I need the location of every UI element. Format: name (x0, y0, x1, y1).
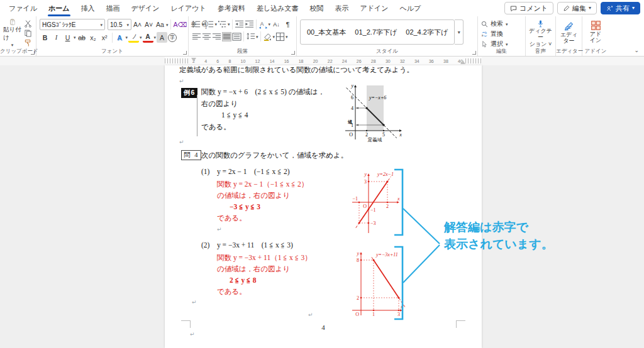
shading-icon[interactable] (263, 32, 272, 41)
menu-tab-11[interactable]: ヘルプ (394, 1, 426, 16)
addins-button[interactable]: アド イン (584, 19, 608, 47)
multilevel-list-icon[interactable] (218, 19, 227, 29)
menu-tab-9[interactable]: 表示 (330, 1, 353, 16)
text-effects-button[interactable]: A (114, 32, 125, 43)
q1-answer-1: 関数 y = 2x − 1（−1 ≦ x ≦ 2） (217, 180, 308, 189)
highlight-color-button[interactable]: ﾉ (128, 32, 139, 43)
find-label: 検索 (491, 19, 503, 28)
font-color-button[interactable]: A (143, 32, 153, 43)
menu-tab-8[interactable]: 校閲 (304, 1, 328, 16)
show-paragraph-marks-icon[interactable]: ¶ (282, 19, 293, 30)
ruler-number: 30 (386, 59, 391, 63)
underline-button[interactable]: U (62, 32, 73, 43)
menu-tab-7[interactable]: 差し込み文書 (252, 1, 304, 16)
paste-button[interactable]: 貼り付け ▾ (3, 19, 21, 47)
chevron-down-icon: ▾ (632, 6, 635, 11)
align-left-icon[interactable] (192, 32, 201, 41)
style-item-42[interactable]: 02_4.2字下げ (406, 28, 448, 37)
menu-tab-10[interactable]: アドイン (355, 1, 393, 16)
cut-icon[interactable] (23, 19, 33, 28)
dialog-launcher-icon[interactable] (31, 51, 35, 55)
line-spacing-icon[interactable] (246, 32, 255, 41)
strikethrough-button[interactable]: ab (77, 32, 87, 43)
character-shading-button[interactable]: A (157, 32, 167, 43)
font-name-combo[interactable]: HGSｺﾞｼｯｸE▾ (40, 19, 105, 30)
svg-text:−1: −1 (370, 207, 376, 213)
character-scaling-icon[interactable]: A (258, 19, 268, 29)
callout-brackets (390, 162, 453, 327)
svg-text:定義域: 定義域 (367, 137, 382, 143)
paragraph-mark: ↵ (308, 312, 313, 318)
svg-text:6: 6 (351, 95, 353, 101)
decrease-indent-icon[interactable] (235, 19, 244, 29)
clipboard-minibuttons (23, 19, 33, 47)
enclose-characters-button[interactable]: 字 (168, 33, 177, 42)
grow-font-button[interactable]: A˄ (132, 19, 143, 30)
dialog-launcher-icon[interactable] (472, 51, 476, 55)
ruler-number: 38 (443, 59, 448, 63)
format-painter-icon[interactable] (23, 39, 33, 47)
shrink-font-button[interactable]: A˅ (143, 19, 154, 30)
find-button[interactable]: 検索▾ (481, 19, 508, 28)
menu-tab-1[interactable]: ホーム (43, 1, 75, 16)
menu-tab-2[interactable]: 挿入 (76, 1, 100, 16)
numbering-icon[interactable]: 123 (205, 19, 214, 29)
share-icon (606, 5, 613, 12)
font-size-combo[interactable]: 10.5▾ (108, 19, 131, 30)
style-gallery: 00_本文基本 01_2.7字下げ 02_4.2字下げ (300, 19, 455, 45)
dialog-launcher-icon[interactable] (183, 51, 187, 55)
ruler-number: 28 (371, 59, 376, 63)
indent-marker-right[interactable] (460, 60, 465, 64)
clear-formatting-button[interactable]: A⌫ (173, 19, 188, 30)
menu-tab-6[interactable]: 参考資料 (213, 1, 250, 16)
menu-tab-3[interactable]: 描画 (101, 1, 125, 16)
editor-button[interactable]: エディ ター (557, 19, 581, 47)
comments-button[interactable]: コメント (504, 2, 553, 14)
q1-given: (1) y = 2x − 1 (−1 ≦ x ≦ 2) (201, 167, 290, 177)
increase-indent-icon[interactable] (245, 19, 254, 29)
dialog-launcher-icon[interactable] (291, 51, 295, 55)
indent-marker-first-line[interactable] (191, 58, 196, 62)
sort-icon[interactable]: A↓ (271, 19, 282, 30)
comment-icon (510, 5, 517, 12)
bold-button[interactable]: B (40, 32, 50, 43)
distribute-icon[interactable] (232, 32, 242, 41)
ruler-number: 26 (357, 59, 362, 63)
justify-icon[interactable] (222, 32, 231, 41)
microphone-icon (536, 20, 545, 28)
svg-text:O: O (355, 312, 359, 317)
menu-tab-0[interactable]: ファイル (4, 1, 42, 16)
dictate-label-2: ション ˅ (530, 41, 552, 47)
example-line-3: 1 ≦ y ≦ 4 (221, 111, 248, 120)
style-item-honbun[interactable]: 00_本文基本 (307, 28, 346, 37)
align-center-icon[interactable] (202, 32, 211, 41)
group-label-editor: エディター (556, 48, 582, 55)
dictate-button[interactable]: ディクテー ション ˅ (529, 19, 553, 47)
italic-button[interactable]: I (51, 32, 62, 43)
replace-label: 置換 (491, 30, 503, 38)
document-canvas[interactable]: 定義域がある範囲に制限されている関数の値域について考えてみよう。 ↵ 例6 関数… (0, 65, 644, 348)
style-gallery-more-button[interactable]: ▾ (455, 19, 464, 45)
subscript-button[interactable]: x₂ (88, 32, 99, 43)
paragraph-mark: ↵ (179, 78, 184, 84)
dictate-label-1: ディクテー (529, 28, 553, 41)
editing-mode-button[interactable]: 編集 ▾ (557, 2, 597, 14)
select-button[interactable]: 選択▾ (481, 40, 508, 48)
example-badge: 例6 (181, 88, 197, 98)
style-item-27[interactable]: 01_2.7字下げ (355, 28, 397, 37)
align-right-icon[interactable] (212, 32, 221, 41)
horizontal-ruler[interactable]: 246810121416182022242628303234363840 (0, 57, 644, 65)
collapse-ribbon-icon[interactable]: ⌄ (634, 47, 639, 53)
share-button[interactable]: 共有 ▾ (601, 2, 640, 14)
borders-icon[interactable] (275, 32, 285, 41)
svg-text:3: 3 (364, 179, 367, 185)
copy-icon[interactable] (23, 29, 33, 37)
ruler-numbers: 246810121416182022242628303234363840 (192, 59, 463, 63)
menu-tab-4[interactable]: デザイン (126, 1, 165, 16)
change-case-button[interactable]: Aa (155, 19, 165, 30)
superscript-button[interactable]: x² (99, 32, 110, 43)
addins-label-1: アド (590, 31, 601, 37)
bullets-icon[interactable] (192, 19, 201, 29)
menu-tab-5[interactable]: レイアウト (166, 1, 211, 16)
replace-button[interactable]: ab 置換 (481, 30, 508, 38)
